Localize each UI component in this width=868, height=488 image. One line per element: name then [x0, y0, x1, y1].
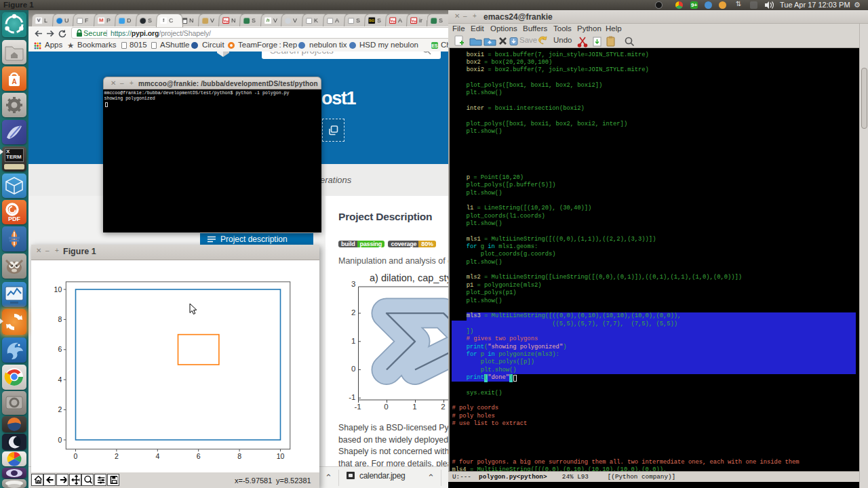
- svg-text:4: 4: [58, 375, 62, 384]
- svg-text:2: 2: [58, 405, 62, 413]
- svg-text:A: A: [12, 78, 16, 85]
- svg-text:8: 8: [58, 315, 62, 323]
- svg-text:10: 10: [54, 285, 62, 293]
- svg-text:6: 6: [58, 345, 62, 353]
- svg-text:10: 10: [277, 452, 285, 460]
- svg-text:4: 4: [155, 452, 159, 460]
- svg-text:PDF: PDF: [8, 216, 21, 222]
- svg-text:8: 8: [237, 452, 241, 460]
- svg-text:2: 2: [115, 452, 119, 460]
- svg-text:0: 0: [58, 436, 62, 444]
- svg-text:6: 6: [197, 452, 201, 460]
- svg-text:0: 0: [74, 452, 78, 460]
